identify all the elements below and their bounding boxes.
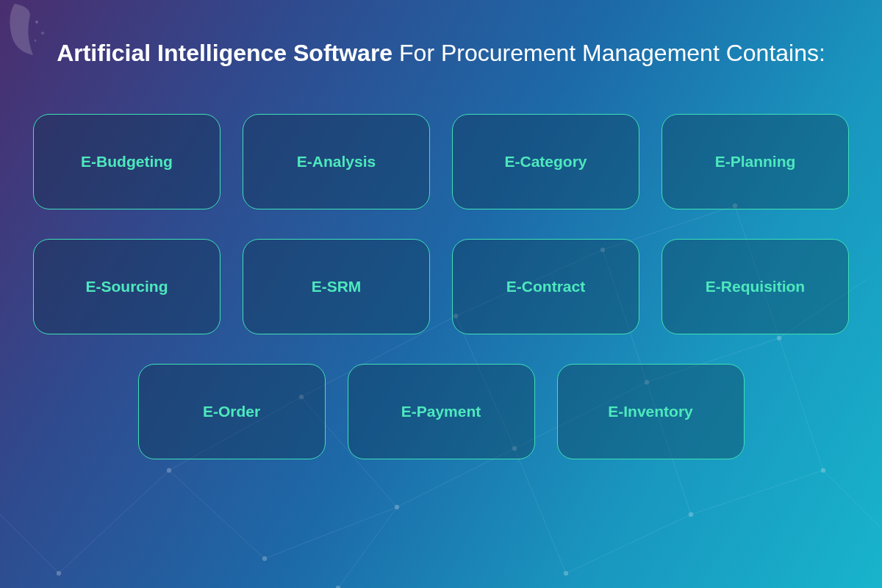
- title-rest: For Procurement Management Contains:: [392, 40, 825, 66]
- main-panel: Artificial Intelligence Software For Pro…: [0, 0, 882, 588]
- card-e-sourcing: E-Sourcing: [33, 239, 220, 334]
- card-row-3: E-Order E-Payment E-Inventory: [26, 364, 856, 459]
- card-e-planning: E-Planning: [662, 114, 849, 209]
- card-e-category: E-Category: [452, 114, 639, 209]
- card-e-order: E-Order: [138, 364, 326, 459]
- card-e-budgeting: E-Budgeting: [33, 114, 220, 209]
- card-e-requisition: E-Requisition: [662, 239, 849, 334]
- card-e-payment: E-Payment: [348, 364, 535, 459]
- card-e-srm: E-SRM: [243, 239, 430, 334]
- page-title: Artificial Intelligence Software For Pro…: [26, 37, 856, 70]
- card-rows: E-Budgeting E-Analysis E-Category E-Plan…: [26, 114, 856, 459]
- card-e-analysis: E-Analysis: [243, 114, 430, 209]
- card-row-1: E-Budgeting E-Analysis E-Category E-Plan…: [26, 114, 856, 209]
- card-row-2: E-Sourcing E-SRM E-Contract E-Requisitio…: [26, 239, 856, 334]
- title-bold: Artificial Intelligence Software: [57, 40, 392, 66]
- card-e-inventory: E-Inventory: [557, 364, 745, 459]
- card-e-contract: E-Contract: [452, 239, 639, 334]
